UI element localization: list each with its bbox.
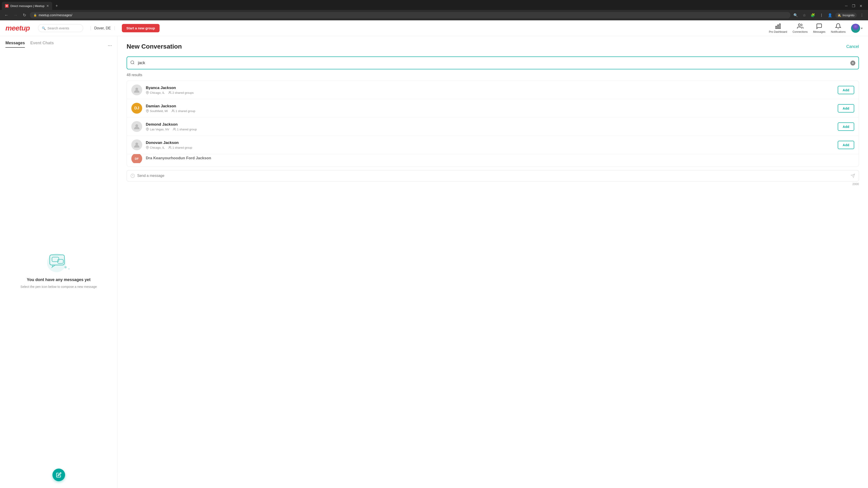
add-button[interactable]: Add (838, 104, 854, 112)
svg-point-11 (68, 268, 70, 269)
svg-point-18 (172, 110, 173, 111)
svg-point-4 (798, 24, 800, 26)
location-text: Chicago, IL (150, 91, 165, 94)
result-meta: Chicago, IL 1 shared group (146, 146, 834, 149)
active-tab[interactable]: M Direct messages | Meetup ✕ (2, 2, 52, 10)
result-location: Chicago, IL (146, 146, 165, 149)
profile-button[interactable]: | (818, 12, 825, 19)
new-tab-button[interactable]: + (54, 3, 60, 9)
restore-button[interactable]: ❐ (851, 3, 856, 8)
result-location: Las Vegas, NV (146, 128, 169, 131)
add-button[interactable]: Add (838, 141, 854, 149)
result-avatar (131, 139, 142, 150)
result-item: Donovan Jackson Chicago, IL (127, 136, 859, 154)
compose-icon (56, 472, 61, 478)
chart-icon (775, 23, 781, 29)
shared-groups: 1 shared group (173, 128, 197, 131)
browser-nav: ← → ↻ 🔒 meetup.com/messages/ 🔍 ☆ 🧩 | 👤 🕵… (0, 10, 868, 20)
result-item: DJ Damian Jackson Southfield, MI (127, 99, 859, 118)
svg-rect-3 (779, 24, 780, 29)
nav-actions: 🔍 ☆ 🧩 | 👤 🕵️ Incognito ⋮ (792, 12, 865, 19)
search-action-button[interactable]: 🔍 (792, 12, 799, 19)
close-tab-button[interactable]: ✕ (46, 4, 49, 8)
back-button[interactable]: ← (3, 11, 10, 19)
refresh-button[interactable]: ↻ (21, 11, 28, 19)
location-text: Southfield, MI (150, 109, 168, 113)
nav-item-pro-dashboard[interactable]: Pro Dashboard (769, 23, 787, 33)
cancel-button[interactable]: Cancel (846, 44, 859, 49)
nav-item-connections[interactable]: Connections (793, 23, 808, 33)
send-button[interactable] (850, 173, 855, 178)
tab-favicon: M (5, 4, 8, 8)
avatar-dropdown-icon: ▾ (861, 26, 863, 30)
address-text: meetup.com/messages/ (39, 13, 72, 17)
nav-item-messages[interactable]: Messages (813, 23, 826, 33)
right-content: New Conversation Cancel ✕ 48 results (118, 36, 868, 488)
result-avatar: DJ (131, 103, 142, 113)
tab-event-chats[interactable]: Event Chats (30, 41, 54, 48)
chat-illustration (45, 250, 72, 273)
result-meta: Chicago, IL 2 shared groups (146, 91, 834, 94)
location-icon (146, 109, 149, 112)
svg-point-10 (64, 266, 67, 268)
minimize-button[interactable]: ─ (844, 3, 849, 8)
result-meta: Las Vegas, NV 1 shared group (146, 128, 834, 131)
user-avatar-area[interactable]: ▾ (851, 24, 863, 33)
results-count: 48 results (127, 73, 859, 77)
result-info: Damian Jackson Southfield, MI (146, 104, 834, 113)
result-item-partial: DF Dra Keanyourhoodun Ford Jackson (127, 154, 859, 163)
svg-point-23 (147, 147, 148, 148)
address-bar[interactable]: 🔒 meetup.com/messages/ (30, 12, 790, 18)
shared-groups-text: 1 shared group (173, 146, 192, 149)
shared-groups: 1 shared group (168, 146, 192, 149)
svg-point-20 (147, 129, 148, 129)
extensions-button[interactable]: 🧩 (809, 12, 816, 19)
search-input[interactable] (127, 57, 859, 69)
tab-messages[interactable]: Messages (5, 41, 25, 48)
compose-message-button[interactable] (53, 468, 65, 481)
result-avatar (131, 121, 142, 132)
location-text: Chicago, IL (150, 146, 165, 149)
nav-label-messages: Messages (813, 30, 826, 33)
location-text: Las Vegas, NV (150, 128, 169, 131)
bookmark-button[interactable]: ☆ (801, 12, 808, 19)
result-location: Chicago, IL (146, 91, 165, 94)
start-group-button[interactable]: Start a new group (122, 24, 160, 32)
result-name: Donovan Jackson (146, 140, 834, 145)
search-bar[interactable]: 🔍 Search events (38, 24, 83, 32)
svg-point-17 (147, 110, 148, 111)
close-window-button[interactable]: ✕ (858, 3, 864, 8)
message-input[interactable] (137, 174, 848, 178)
add-button[interactable]: Add (838, 86, 854, 94)
result-name: Damian Jackson (146, 104, 834, 108)
nav-label-notifications: Notifications (831, 30, 846, 33)
logo[interactable]: meetup (5, 23, 33, 33)
svg-text:meetup: meetup (5, 24, 30, 32)
clear-search-button[interactable]: ✕ (850, 61, 855, 66)
result-info: Dra Keanyourhoodun Ford Jackson (146, 156, 854, 161)
more-options-button[interactable]: ... (108, 41, 112, 47)
sidebar: Messages Event Chats ... (0, 36, 118, 488)
incognito-label: Incognito (842, 13, 855, 17)
location-display[interactable]: Dover, DE (90, 26, 115, 30)
browser-profile-icon[interactable]: 👤 (827, 12, 833, 19)
shared-groups-text: 1 shared group (177, 128, 197, 131)
incognito-badge: 🕵️ Incognito (835, 13, 857, 18)
sidebar-empty-state: You dont have any messages yet Select th… (0, 51, 117, 488)
location-icon (146, 91, 149, 94)
result-item: Demond Jackson Las Vegas, NV (127, 118, 859, 136)
svg-point-21 (174, 128, 175, 129)
results-list[interactable]: Byanca Jackson Chicago, IL (127, 80, 859, 166)
forward-button[interactable]: → (12, 11, 19, 19)
nav-item-notifications[interactable]: Notifications (831, 23, 846, 33)
message-icon (816, 23, 822, 29)
conversation-header: New Conversation Cancel (127, 43, 859, 50)
people-icon (797, 23, 803, 29)
add-button[interactable]: Add (838, 123, 854, 131)
svg-point-15 (147, 92, 148, 93)
search-bar-placeholder: Search events (48, 26, 69, 30)
browser-chrome: M Direct messages | Meetup ✕ + ─ ❐ ✕ ← →… (0, 0, 868, 20)
app: meetup 🔍 Search events Dover, DE Start a… (0, 20, 868, 488)
menu-button[interactable]: ⋮ (859, 12, 865, 19)
empty-state-title: You dont have any messages yet (27, 278, 91, 282)
